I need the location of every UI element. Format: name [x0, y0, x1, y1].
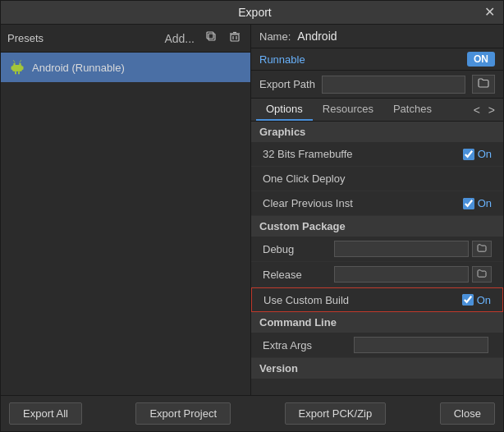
svg-rect-9	[12, 65, 22, 71]
command-line-section-header: Command Line	[251, 312, 503, 333]
delete-preset-button[interactable]	[226, 30, 244, 47]
option-label-clear-prev: Clear Previous Inst	[263, 197, 463, 209]
option-check-use-custom-build[interactable]	[462, 294, 474, 306]
options-panel: Graphics 32 Bits Framebuffe On One Click…	[251, 122, 503, 395]
folder-icon	[478, 78, 489, 88]
svg-rect-13	[18, 71, 20, 75]
option-row-release: Release	[251, 262, 503, 287]
debug-input[interactable]	[334, 241, 469, 257]
tabs-nav-prev[interactable]: <	[470, 102, 483, 118]
svg-rect-10	[11, 67, 13, 71]
name-row: Name: Android	[251, 25, 503, 48]
export-project-button[interactable]: Export Project	[135, 402, 231, 425]
close-button[interactable]: Close	[440, 402, 495, 425]
svg-rect-2	[231, 34, 239, 41]
add-preset-button[interactable]: Add...	[161, 30, 198, 47]
preset-item-label: Android (Runnable)	[32, 62, 125, 74]
close-icon[interactable]: ✕	[484, 6, 495, 19]
option-check-32bit[interactable]	[463, 149, 474, 160]
option-row-debug: Debug	[251, 237, 503, 262]
tabs-bar: Options Resources Patches < >	[251, 99, 503, 122]
option-on-32bit: On	[478, 148, 492, 160]
tabs-nav-next[interactable]: >	[485, 102, 498, 118]
option-label-use-custom-build: Use Custom Build	[263, 294, 462, 306]
bottom-bar: Export All Export Project Export PCK/Zip…	[1, 395, 503, 431]
export-path-label: Export Path	[259, 78, 315, 90]
export-path-input[interactable]	[322, 76, 465, 94]
export-path-folder-button[interactable]	[472, 75, 495, 94]
name-value: Android	[297, 30, 495, 43]
left-panel: Presets Add...	[1, 25, 251, 395]
tabs-nav: < >	[470, 102, 498, 118]
debug-folder-button[interactable]	[472, 241, 492, 257]
option-label-one-click-deploy: One Click Deploy	[263, 172, 492, 185]
option-label-32bit: 32 Bits Framebuffe	[263, 148, 463, 160]
trash-icon	[229, 31, 241, 43]
svg-line-14	[14, 61, 16, 63]
version-section-header: Version	[251, 358, 503, 379]
option-label-release: Release	[263, 269, 334, 281]
presets-bar: Presets Add...	[1, 25, 250, 53]
release-input[interactable]	[334, 266, 469, 283]
dialog-title: Export	[25, 6, 484, 19]
option-label-debug: Debug	[263, 243, 334, 255]
svg-rect-12	[15, 71, 16, 75]
android-icon	[9, 59, 25, 76]
preset-item-android[interactable]: Android (Runnable)	[1, 53, 250, 82]
folder-icon	[477, 269, 487, 278]
folder-icon	[477, 244, 487, 252]
option-on-use-custom-build: On	[477, 294, 491, 306]
copy-icon	[206, 31, 218, 43]
option-row-one-click-deploy: One Click Deploy	[251, 167, 503, 191]
option-on-clear-prev: On	[478, 197, 492, 209]
extra-args-input[interactable]	[354, 337, 488, 353]
runnable-row: Runnable ON	[251, 48, 503, 71]
tab-options[interactable]: Options	[256, 99, 313, 121]
svg-point-8	[19, 63, 21, 66]
export-dialog: Export ✕ Presets Add...	[0, 0, 504, 432]
name-label: Name:	[259, 30, 291, 43]
tab-patches[interactable]: Patches	[383, 99, 442, 121]
option-label-extra-args: Extra Args	[263, 339, 354, 352]
export-path-row: Export Path	[251, 71, 503, 99]
graphics-section-header: Graphics	[251, 122, 503, 142]
runnable-toggle[interactable]: ON	[467, 52, 495, 67]
runnable-link[interactable]: Runnable	[259, 53, 460, 66]
svg-rect-11	[22, 67, 24, 71]
svg-point-7	[13, 63, 16, 66]
presets-label: Presets	[7, 32, 156, 44]
right-panel: Name: Android Runnable ON Export Path	[251, 25, 503, 395]
custom-package-section-header: Custom Package	[251, 216, 503, 237]
option-row-clear-prev: Clear Previous Inst On	[251, 191, 503, 216]
preset-list: Android (Runnable)	[1, 53, 250, 395]
tab-resources[interactable]: Resources	[313, 99, 383, 121]
release-folder-button[interactable]	[472, 266, 492, 283]
title-bar: Export ✕	[1, 1, 503, 25]
export-all-button[interactable]: Export All	[9, 402, 82, 425]
option-row-use-custom-build: Use Custom Build On	[251, 287, 503, 312]
main-content: Presets Add...	[1, 25, 503, 395]
svg-rect-1	[207, 32, 213, 39]
export-pck-zip-button[interactable]: Export PCK/Zip	[285, 402, 387, 425]
svg-rect-0	[208, 34, 215, 40]
option-row-extra-args: Extra Args	[251, 333, 503, 358]
svg-line-15	[20, 61, 21, 63]
copy-preset-button[interactable]	[203, 30, 221, 47]
option-check-clear-prev[interactable]	[463, 198, 474, 209]
option-row-32bit: 32 Bits Framebuffe On	[251, 142, 503, 167]
